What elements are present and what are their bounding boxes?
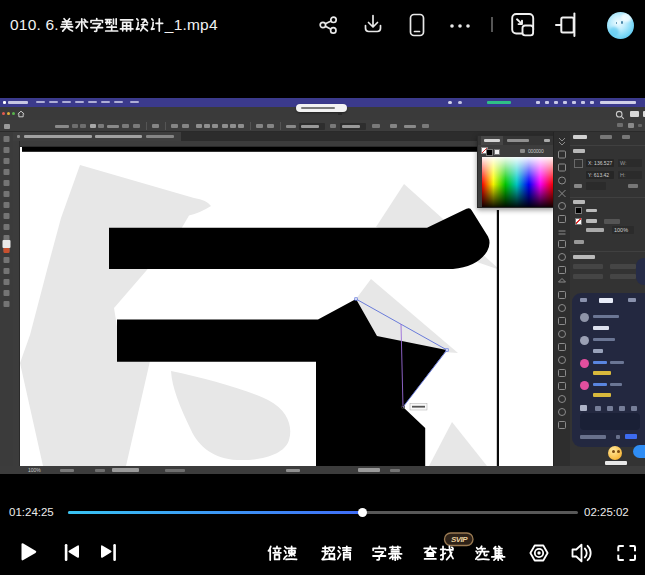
svg-text:SVIP: SVIP [451,535,468,544]
